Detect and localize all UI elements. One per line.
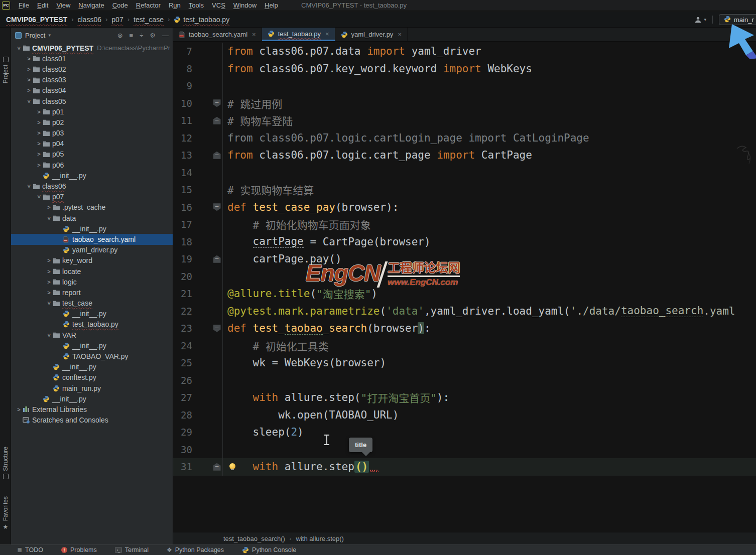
- tree-item--pytest-cache[interactable]: >.pytest_cache: [11, 202, 173, 213]
- collapse-all-icon[interactable]: ≡: [130, 32, 134, 39]
- menu-help[interactable]: Help: [261, 1, 282, 10]
- user-icon[interactable]: [694, 16, 702, 24]
- toolwindow-button-favorites[interactable]: Favorites ★: [0, 496, 11, 530]
- chevron-icon[interactable]: >: [45, 279, 53, 285]
- code-text[interactable]: @pytest.mark.parametrize('data',yaml_dri…: [222, 303, 756, 320]
- menu-vcs[interactable]: VCS: [208, 1, 229, 10]
- menu-edit[interactable]: Edit: [33, 1, 52, 10]
- code-line-25[interactable]: 25 wk = WebKeys(browser): [173, 354, 756, 372]
- tree-item-p02[interactable]: >p02: [11, 117, 173, 127]
- chevron-icon[interactable]: >: [35, 151, 43, 157]
- tree-item--init-py[interactable]: __init__.py: [11, 170, 173, 181]
- tree-item-var[interactable]: >VAR: [11, 330, 173, 340]
- menu-refactor[interactable]: Refactor: [132, 1, 165, 10]
- code-line-15[interactable]: 15# 实现购物车结算: [173, 181, 756, 199]
- menu-file[interactable]: File: [15, 1, 33, 10]
- code-line-19[interactable]: 19 cartPage.pay(): [173, 250, 756, 268]
- code-text[interactable]: [222, 77, 756, 95]
- tree-item-test-case[interactable]: >test_case: [11, 298, 173, 309]
- tree-item-class02[interactable]: >class02: [11, 64, 173, 74]
- chevron-icon[interactable]: >: [35, 162, 43, 168]
- chevron-icon[interactable]: >: [25, 56, 33, 62]
- chevron-icon[interactable]: >: [25, 77, 33, 83]
- toolwindow-button-python-packages[interactable]: ❖Python Packages: [167, 546, 224, 553]
- close-tab-icon[interactable]: ×: [398, 31, 402, 38]
- code-text[interactable]: from class06.p07.key_word.keyword import…: [222, 60, 756, 78]
- code-text[interactable]: wk.open(TAOBAO_URL): [222, 406, 756, 424]
- code-line-8[interactable]: 8from class06.p07.key_word.keyword impor…: [173, 60, 756, 78]
- code-line-24[interactable]: 24 # 初始化工具类: [173, 337, 756, 355]
- code-text[interactable]: @allure.title("淘宝搜索"): [222, 285, 756, 303]
- code-line-30[interactable]: 30: [173, 441, 756, 459]
- chevron-icon[interactable]: >: [36, 193, 42, 201]
- editor-tab-test-taobao-py[interactable]: test_taobao.py×: [262, 28, 335, 41]
- toolwindow-button-structure[interactable]: Structure: [0, 447, 11, 479]
- tree-item--init-py[interactable]: __init__.py: [11, 362, 173, 372]
- code-text[interactable]: # 购物车登陆: [222, 112, 756, 129]
- tree-item-conftest-py[interactable]: conftest.py: [11, 372, 173, 383]
- code-text[interactable]: [222, 441, 756, 459]
- chevron-icon[interactable]: >: [35, 109, 43, 115]
- tree-item--init-py[interactable]: __init__.py: [11, 309, 173, 319]
- tree-item-test-taobao-py[interactable]: test_taobao.py: [11, 319, 173, 330]
- tree-item-scratches-and-consoles[interactable]: Scratches and Consoles: [11, 415, 173, 426]
- code-text[interactable]: # 初始化工具类: [222, 337, 756, 355]
- fold-marker-icon[interactable]: [213, 325, 221, 332]
- code-line-7[interactable]: 7from class06.p07.data import yaml_drive…: [173, 43, 756, 60]
- code-line-23[interactable]: 23def test_taobao_search(browser):: [173, 320, 756, 337]
- menu-tools[interactable]: Tools: [185, 1, 208, 10]
- toolwindow-button-problems[interactable]: !Problems: [61, 546, 97, 553]
- code-text[interactable]: from class06.p07.logic.cart_page import …: [222, 147, 756, 164]
- hide-panel-icon[interactable]: —: [162, 32, 169, 39]
- locate-file-icon[interactable]: ⊗: [117, 32, 123, 39]
- tree-item-class05[interactable]: >class05: [11, 96, 173, 106]
- fold-marker-icon[interactable]: [213, 152, 221, 159]
- tree-item-class06[interactable]: >class06: [11, 181, 173, 191]
- tree-item-p07[interactable]: >p07: [11, 192, 173, 202]
- chevron-icon[interactable]: >: [16, 44, 22, 52]
- code-text[interactable]: # 实现购物车结算: [222, 181, 756, 199]
- code-text[interactable]: # 跳过用例: [222, 95, 756, 112]
- chevron-icon[interactable]: >: [45, 290, 53, 296]
- tree-item-key-word[interactable]: >key_word: [11, 255, 173, 266]
- code-line-10[interactable]: 10# 跳过用例: [173, 95, 756, 112]
- tree-item-p05[interactable]: >p05: [11, 149, 173, 160]
- chevron-icon[interactable]: >: [35, 130, 43, 136]
- tree-item-external-libraries[interactable]: >External Libraries: [11, 404, 173, 414]
- code-line-12[interactable]: 12from class06.p07.logic.cartLogin_page …: [173, 129, 756, 147]
- code-line-14[interactable]: 14: [173, 164, 756, 182]
- tree-item-p01[interactable]: >p01: [11, 106, 173, 117]
- tree-item--init-py[interactable]: __init__.py: [11, 223, 173, 234]
- tree-item-p06[interactable]: >p06: [11, 160, 173, 170]
- code-text[interactable]: [222, 268, 756, 286]
- tree-item-logic[interactable]: >logic: [11, 276, 173, 287]
- code-line-27[interactable]: 27 with allure.step("打开淘宝首页"):: [173, 389, 756, 406]
- code-text[interactable]: cartPage = CartPage(browser): [222, 233, 756, 251]
- code-text[interactable]: from class06.p07.logic.cartLogin_page im…: [222, 129, 756, 147]
- tree-item-class01[interactable]: >class01: [11, 53, 173, 64]
- code-text[interactable]: with allure.step(): [222, 458, 756, 476]
- fold-marker-icon[interactable]: [213, 203, 221, 211]
- code-line-28[interactable]: 28 wk.open(TAOBAO_URL): [173, 406, 756, 424]
- chevron-icon[interactable]: >: [35, 119, 43, 125]
- code-line-17[interactable]: 17 # 初始化购物车页面对象: [173, 216, 756, 233]
- project-panel-title[interactable]: Project: [25, 32, 45, 39]
- close-tab-icon[interactable]: ×: [325, 30, 329, 38]
- tree-item-yaml-driver-py[interactable]: yaml_driver.py: [11, 245, 173, 255]
- breadcrumb-item[interactable]: p07: [111, 16, 123, 24]
- editor-tab-taobao-search-yaml[interactable]: taobao_search.yaml×: [173, 28, 262, 41]
- fold-marker-icon[interactable]: [213, 99, 221, 107]
- code-line-11[interactable]: 11# 购物车登陆: [173, 112, 756, 129]
- code-text[interactable]: def test_taobao_search(browser):: [222, 320, 756, 337]
- tree-item-data[interactable]: >data: [11, 213, 173, 223]
- chevron-icon[interactable]: >: [45, 204, 53, 210]
- chevron-icon[interactable]: >: [46, 331, 52, 339]
- code-line-31[interactable]: 31 with allure.step(): [173, 458, 756, 476]
- fold-marker-icon[interactable]: [213, 255, 221, 263]
- menu-navigate[interactable]: Navigate: [74, 1, 108, 10]
- editor-tab-yaml-driver-py[interactable]: yaml_driver.py×: [335, 28, 408, 41]
- chevron-icon[interactable]: >: [45, 257, 53, 263]
- code-line-9[interactable]: 9: [173, 77, 756, 95]
- code-text[interactable]: [222, 372, 756, 389]
- code-text[interactable]: from class06.p07.data import yaml_driver: [222, 43, 756, 60]
